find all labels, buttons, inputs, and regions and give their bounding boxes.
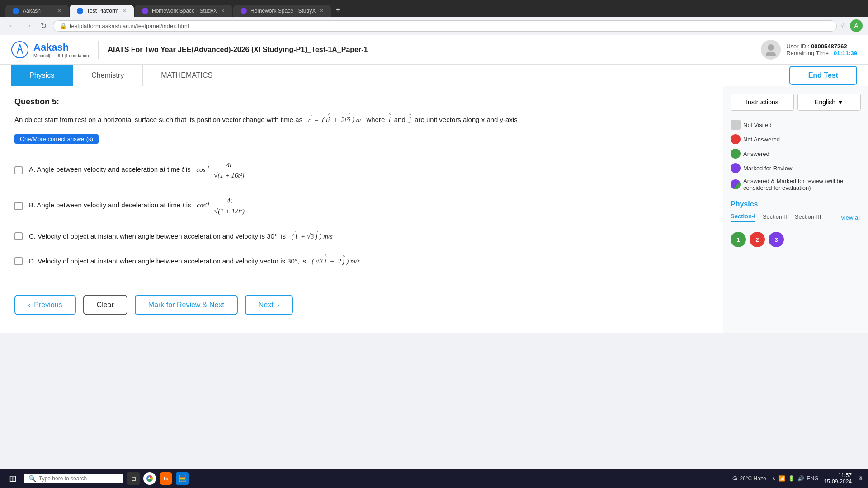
answered-dot	[731, 149, 741, 159]
view-all-link[interactable]: View all	[840, 214, 861, 221]
user-id-value: 00005487262	[811, 43, 847, 50]
option-b-label: B. Angle between velocity and decelerati…	[29, 196, 246, 216]
q-bubble-2[interactable]: 2	[750, 232, 765, 247]
main-content: Question 5: An object start from rest on…	[0, 86, 868, 333]
tab-close-active-icon[interactable]: ✕	[122, 8, 127, 14]
svg-point-1	[768, 44, 774, 51]
option-a-text: A. Angle between velocity and accelerati…	[29, 165, 194, 173]
forward-button[interactable]: →	[22, 21, 34, 31]
option-b-text: B. Angle between velocity and decelerati…	[29, 201, 195, 209]
tab-favicon-studyx1	[142, 8, 148, 14]
logo-brand: Aakash	[33, 42, 89, 53]
remaining-time-label: Remaining Time	[786, 50, 829, 56]
option-d-label: D. Velocity of object at instant when an…	[29, 256, 360, 267]
tab-aakash[interactable]: Aakash ✕	[5, 5, 69, 17]
tab-label-studyx1: Homework Space - StudyX	[152, 8, 217, 14]
tab-favicon-active	[77, 8, 83, 14]
sidebar-subject-title: Physics	[731, 200, 861, 208]
tab-favicon	[13, 8, 19, 14]
legend-marked: Marked for Review	[731, 163, 794, 173]
legend-answered-marked: Answered & Marked for review (will be co…	[731, 178, 861, 191]
chevron-down-icon: ▼	[837, 99, 844, 106]
tab-close-studyx1-icon[interactable]: ✕	[221, 8, 225, 14]
section-tab-1[interactable]: Section-I	[731, 213, 755, 222]
question-unit-vector-i: ^i	[389, 116, 392, 123]
section-tab-2[interactable]: Section-II	[763, 213, 788, 222]
end-test-button[interactable]: End Test	[789, 66, 857, 85]
question-grid: 1 2 3	[731, 232, 861, 247]
option-a-checkbox[interactable]	[14, 166, 23, 174]
instructions-button[interactable]: Instructions	[731, 94, 794, 111]
tab-label: Aakash	[23, 8, 41, 14]
not-visited-label: Not Visited	[743, 122, 772, 128]
tab-chemistry[interactable]: Chemistry	[73, 65, 142, 86]
lock-icon: 🔒	[60, 23, 67, 29]
sidebar-top: Instructions English ▼	[731, 94, 861, 111]
svg-point-2	[766, 52, 776, 56]
remaining-time-value: 01:11:39	[834, 50, 857, 56]
question-area: Question 5: An object start from rest on…	[0, 86, 723, 333]
next-button[interactable]: Next ›	[245, 295, 293, 315]
refresh-button[interactable]: ↻	[38, 21, 49, 31]
previous-chevron-icon: ‹	[28, 301, 30, 309]
legend: Not Visited Not Answered Answered Marked…	[731, 120, 861, 191]
tab-label-active: Test Platform	[87, 8, 118, 14]
logo-svg	[11, 41, 29, 59]
language-selector[interactable]: English ▼	[797, 94, 861, 111]
profile-icon[interactable]: A	[850, 19, 863, 32]
logo-area: Aakash Medical|IIT-JEE|Foundation	[11, 41, 99, 59]
logo-sub: Medical|IIT-JEE|Foundation	[33, 53, 89, 58]
marked-dot	[731, 163, 741, 173]
q-bubble-3[interactable]: 3	[769, 232, 784, 247]
option-d-row: D. Velocity of object at instant when an…	[14, 249, 708, 274]
user-info: User ID : 00005487262 Remaining Time : 0…	[761, 40, 857, 60]
tab-close-icon[interactable]: ✕	[57, 8, 61, 14]
mark-review-next-button[interactable]: Mark for Review & Next	[135, 295, 238, 315]
sidebar: Instructions English ▼ Not Visited Not A…	[723, 86, 868, 333]
exam-title: AIATS For Two Year JEE(Advanced)-2026 (X…	[108, 46, 752, 54]
not-answered-dot	[731, 134, 741, 144]
marked-label: Marked for Review	[743, 165, 792, 172]
option-b-math: cos-1 4t √(1 + 12t²)	[197, 202, 246, 209]
tab-favicon-studyx2	[241, 8, 247, 14]
option-d-text: D. Velocity of object at instant when an…	[29, 257, 310, 265]
answered-label: Answered	[743, 150, 769, 157]
tab-physics[interactable]: Physics	[11, 65, 73, 86]
tab-close-studyx2-icon[interactable]: ✕	[319, 8, 324, 14]
option-a-label: A. Angle between velocity and accelerati…	[29, 160, 245, 181]
tab-label-studyx2: Homework Space - StudyX	[250, 8, 316, 14]
tab-studyx1[interactable]: Homework Space - StudyX ✕	[135, 5, 232, 17]
answered-marked-label: Answered & Marked for review (will be co…	[743, 178, 861, 191]
option-d-checkbox[interactable]	[14, 257, 23, 265]
logo-text: Aakash Medical|IIT-JEE|Foundation	[33, 42, 89, 58]
tab-mathematics[interactable]: MATHEMATICS	[142, 65, 231, 86]
next-label: Next	[259, 301, 274, 309]
section-tab-3[interactable]: Section-III	[795, 213, 821, 222]
tab-testplatform[interactable]: Test Platform ✕	[70, 5, 134, 17]
back-button[interactable]: ←	[5, 21, 18, 31]
clear-label: Clear	[97, 301, 114, 309]
option-b-checkbox[interactable]	[14, 202, 23, 210]
address-bar[interactable]: 🔒 testplatform.aakash.ac.in/testpanel/in…	[53, 20, 837, 32]
not-answered-label: Not Answered	[743, 136, 780, 143]
mark-review-next-label: Mark for Review & Next	[148, 301, 224, 309]
previous-button[interactable]: ‹ Previous	[14, 295, 76, 315]
question-text: An object start from rest on a horizonta…	[14, 114, 708, 126]
option-c-row: C. Velocity of object at instant when an…	[14, 224, 708, 249]
bookmark-icon[interactable]: ☆	[840, 22, 846, 29]
new-tab-button[interactable]: +	[332, 4, 344, 17]
option-c-text: C. Velocity of object at instant when an…	[29, 232, 289, 240]
question-number: Question 5:	[14, 97, 708, 107]
language-label: English	[815, 99, 835, 106]
option-d-math: ( √3 ^i + 2 ^j ) m/s	[312, 258, 360, 265]
avatar	[761, 40, 781, 60]
options-list: A. Angle between velocity and accelerati…	[14, 153, 708, 274]
option-c-checkbox[interactable]	[14, 232, 23, 240]
previous-label: Previous	[34, 301, 62, 309]
answered-marked-dot	[731, 179, 741, 189]
clear-button[interactable]: Clear	[83, 295, 127, 315]
bottom-nav: ‹ Previous Clear Mark for Review & Next …	[14, 288, 708, 322]
q-bubble-1[interactable]: 1	[731, 232, 746, 247]
tab-studyx2[interactable]: Homework Space - StudyX ✕	[233, 5, 331, 17]
option-b-row: B. Angle between velocity and decelerati…	[14, 188, 708, 224]
